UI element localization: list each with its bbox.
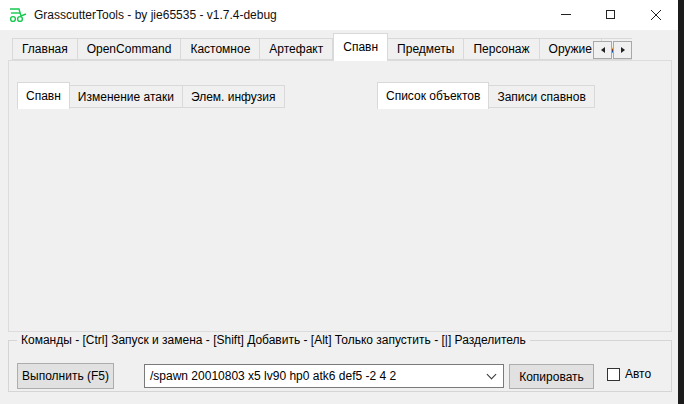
tab-spisok-obektov[interactable]: Список объектов <box>377 82 489 109</box>
commands-group-title: Команды - [Ctrl] Запуск и замена - [Shif… <box>17 333 530 347</box>
auto-checkbox[interactable] <box>607 368 620 381</box>
object-tabstrip: Список объектов Записи спавнов <box>377 82 595 109</box>
tab-spavn[interactable]: Спавн <box>333 33 388 61</box>
app-logo-icon <box>8 7 28 23</box>
spawn-inner-tabstrip: Спавн Изменение атаки Элем. инфузия <box>17 82 285 109</box>
chevron-down-icon <box>487 370 497 380</box>
command-combobox[interactable]: /spawn 20010803 x5 lv90 hp0 atk6 def5 -2… <box>144 364 504 388</box>
tab-zapisi-spavnov[interactable]: Записи спавнов <box>489 85 594 108</box>
close-button[interactable] <box>633 0 678 29</box>
minimize-icon <box>561 14 571 15</box>
tab-personazh[interactable]: Персонаж <box>464 38 539 60</box>
maximize-button[interactable] <box>588 0 633 29</box>
auto-checkbox-label: Авто <box>625 367 651 381</box>
tab-opencommand[interactable]: OpenCommand <box>78 38 182 60</box>
screen: GrasscutterTools - by jie65535 - v1.7.4-… <box>0 0 684 404</box>
tab-kastomnoe[interactable]: Кастомное <box>181 38 260 60</box>
tab-elem-infuziya[interactable]: Элем. инфузия <box>183 85 285 108</box>
tab-scroll-right-button[interactable] <box>613 41 632 59</box>
right-arrow-icon <box>621 47 625 53</box>
window-title: GrasscutterTools - by jie65535 - v1.7.4-… <box>34 8 277 22</box>
app-window: GrasscutterTools - by jie65535 - v1.7.4-… <box>0 0 678 404</box>
window-controls <box>543 0 678 29</box>
minimize-button[interactable] <box>543 0 588 29</box>
copy-button[interactable]: Копировать <box>509 364 594 389</box>
run-button[interactable]: Выполнить (F5) <box>17 363 114 389</box>
tab-izmenenie-ataki[interactable]: Изменение атаки <box>70 85 183 108</box>
commands-groupbox: Команды - [Ctrl] Запуск и замена - [Shif… <box>8 340 672 392</box>
tab-scroll-left-button[interactable] <box>593 41 612 59</box>
close-icon <box>651 10 661 20</box>
maximize-icon <box>606 10 615 19</box>
main-tabstrip: Главная OpenCommand Кастомное Артефакт С… <box>12 33 632 61</box>
tab-glavnaya[interactable]: Главная <box>12 38 78 60</box>
tab-spawn-inner[interactable]: Спавн <box>17 82 70 109</box>
tab-scroll-buttons <box>592 41 632 59</box>
tab-artefakt[interactable]: Артефакт <box>260 38 333 60</box>
left-arrow-icon <box>601 47 605 53</box>
tab-predmety[interactable]: Предметы <box>388 38 464 60</box>
command-text: /spawn 20010803 x5 lv90 hp0 atk6 def5 -2… <box>145 369 488 383</box>
titlebar: GrasscutterTools - by jie65535 - v1.7.4-… <box>0 0 678 30</box>
